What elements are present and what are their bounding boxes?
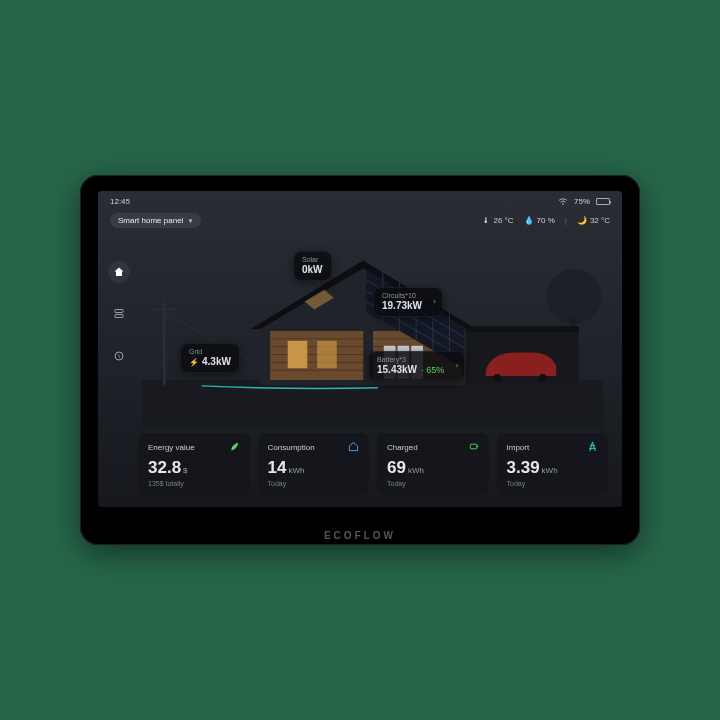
- battery-percent: 75%: [574, 197, 590, 206]
- nav-home[interactable]: [108, 261, 130, 283]
- card-energy-sub: 135$ totally: [148, 480, 240, 487]
- svg-rect-27: [317, 341, 337, 368]
- card-charged-label: Charged: [387, 443, 418, 452]
- svg-rect-26: [288, 341, 308, 368]
- divider: |: [565, 216, 567, 225]
- card-charged-unit: kWh: [408, 466, 424, 475]
- pill-battery-label: Battery*3: [377, 356, 444, 364]
- svg-point-11: [494, 374, 502, 382]
- svg-rect-2: [115, 315, 123, 318]
- battery-icon: [468, 441, 479, 454]
- pill-battery-value: 15.43kW: [377, 364, 417, 375]
- card-import-unit: kWh: [542, 466, 558, 475]
- wifi-icon: [558, 198, 568, 206]
- card-import[interactable]: Import 3.39 kWh Today: [497, 433, 609, 495]
- pill-battery-soc: · 65%: [421, 365, 444, 375]
- screen: 12:45 75% Smart home panel ▼ 🌡 26 °C: [98, 191, 622, 507]
- svg-point-0: [562, 203, 564, 205]
- outside-temp: 🌙 32 °C: [577, 216, 610, 225]
- pill-solar[interactable]: Solar 0kW: [293, 251, 332, 281]
- card-consumption-label: Consumption: [268, 443, 315, 452]
- pill-solar-value: 0kW: [302, 264, 323, 275]
- humidity-value: 70 %: [537, 216, 555, 225]
- svg-point-7: [546, 269, 601, 324]
- pill-circuits-value: 19.73kW: [382, 300, 422, 311]
- status-time: 12:45: [110, 197, 130, 206]
- svg-rect-10: [466, 326, 579, 332]
- humidity: 💧 70 %: [524, 216, 555, 225]
- chevron-right-icon: ›: [433, 297, 436, 307]
- pill-circuits-label: Circuits*10: [382, 292, 422, 300]
- header-weather: 🌡 26 °C 💧 70 % | 🌙 32 °C: [482, 216, 610, 225]
- sidebar: [108, 261, 130, 367]
- card-charged[interactable]: Charged 69 kWh Today: [377, 433, 489, 495]
- card-consumption[interactable]: Consumption 14 kWh Today: [258, 433, 370, 495]
- grid-icon: [587, 441, 598, 454]
- pill-solar-label: Solar: [302, 256, 323, 264]
- brand-logo: ECOFLOW: [80, 530, 640, 541]
- nav-energy[interactable]: [108, 345, 130, 367]
- outside-temp-value: 32 °C: [590, 216, 610, 225]
- chevron-right-icon: ›: [456, 361, 459, 371]
- home-scene: Solar 0kW Circuits*10 19.73kW › Grid ⚡ 4…: [138, 233, 608, 429]
- bolt-icon: ⚡: [189, 358, 199, 368]
- thermometer-icon: 🌡: [482, 216, 490, 225]
- card-import-value: 3.39: [507, 458, 540, 478]
- tablet-device: 12:45 75% Smart home panel ▼ 🌡 26 °C: [80, 175, 640, 545]
- status-right: 75%: [558, 197, 610, 206]
- panel-selector[interactable]: Smart home panel ▼: [110, 213, 201, 228]
- house-illustration: [138, 233, 608, 429]
- bottom-cards: Energy value 32.8 $ 135$ totally Consump…: [138, 433, 608, 495]
- pill-battery[interactable]: Battery*3 15.43kW · 65% ›: [368, 351, 465, 381]
- svg-rect-42: [470, 444, 476, 449]
- card-energy-value[interactable]: Energy value 32.8 $ 135$ totally: [138, 433, 250, 495]
- status-bar: 12:45 75%: [110, 197, 610, 206]
- card-energy-label: Energy value: [148, 443, 195, 452]
- card-charged-sub: Today: [387, 480, 479, 487]
- battery-icon: [596, 198, 610, 205]
- pill-grid[interactable]: Grid ⚡ 4.3kW: [180, 343, 240, 373]
- indoor-temp: 🌡 26 °C: [482, 216, 513, 225]
- svg-point-12: [539, 374, 547, 382]
- card-consumption-value: 14: [268, 458, 287, 478]
- card-import-label: Import: [507, 443, 530, 452]
- card-charged-value: 69: [387, 458, 406, 478]
- card-import-sub: Today: [507, 480, 599, 487]
- header: Smart home panel ▼ 🌡 26 °C 💧 70 % | 🌙 32…: [110, 213, 610, 228]
- card-energy-unit: $: [183, 466, 187, 475]
- droplet-icon: 💧: [524, 216, 534, 225]
- card-consumption-sub: Today: [268, 480, 360, 487]
- pill-grid-label: Grid: [189, 348, 231, 356]
- leaf-icon: [229, 441, 240, 454]
- pill-circuits[interactable]: Circuits*10 19.73kW ›: [373, 287, 443, 317]
- home-icon: [348, 441, 359, 454]
- moon-icon: 🌙: [577, 216, 587, 225]
- card-consumption-unit: kWh: [288, 466, 304, 475]
- card-energy-value: 32.8: [148, 458, 181, 478]
- pill-grid-value: 4.3kW: [202, 356, 231, 368]
- panel-title: Smart home panel: [118, 216, 183, 225]
- chevron-down-icon: ▼: [187, 218, 193, 224]
- svg-rect-1: [115, 310, 123, 313]
- indoor-temp-value: 26 °C: [493, 216, 513, 225]
- nav-devices[interactable]: [108, 303, 130, 325]
